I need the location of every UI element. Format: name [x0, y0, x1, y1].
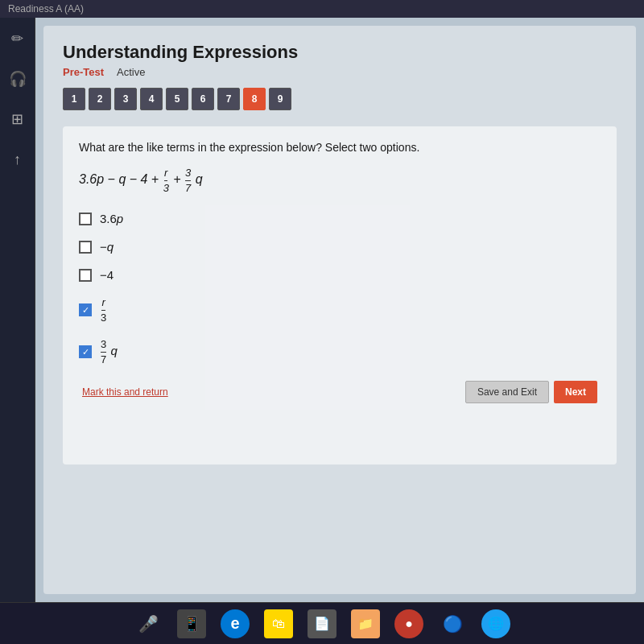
sidebar: ✏ 🎧 ⊞ ↑: [0, 18, 35, 602]
pre-test-label: Pre-Test: [63, 66, 104, 78]
mark-return-link[interactable]: Mark this and return: [82, 386, 168, 398]
status-row: Pre-Test Active: [63, 66, 617, 78]
content-panel: Understanding Expressions Pre-Test Activ…: [43, 26, 636, 594]
nav-btn-6[interactable]: 6: [192, 88, 214, 110]
grid-icon[interactable]: ⊞: [5, 106, 31, 132]
mic-icon[interactable]: 🎤: [134, 609, 163, 638]
checkbox-3[interactable]: [79, 269, 92, 282]
option-row-5: 3 7 q: [79, 338, 601, 365]
nav-btn-8[interactable]: 8: [243, 88, 266, 110]
option-row-1: 3.6p: [79, 212, 601, 225]
fraction-opt4: r 3: [101, 296, 106, 324]
save-exit-button[interactable]: Save and Exit: [465, 381, 549, 403]
headphone-icon[interactable]: 🎧: [5, 66, 31, 92]
blue-circle-icon[interactable]: 🌐: [481, 609, 510, 638]
edge-icon[interactable]: e: [221, 609, 250, 638]
tablet-icon[interactable]: 📱: [177, 609, 206, 638]
checkbox-5[interactable]: [79, 345, 92, 358]
nav-btn-1[interactable]: 1: [63, 88, 85, 110]
page-title: Understanding Expressions: [63, 42, 617, 63]
nav-btn-9[interactable]: 9: [269, 88, 291, 110]
fraction-37: 3 7: [185, 167, 191, 194]
checkbox-4[interactable]: [79, 303, 92, 316]
option-label-3: −4: [100, 268, 114, 282]
option-label-5: 3 7 q: [100, 338, 118, 365]
question-nav: 1 2 3 4 5 6 7 8 9: [63, 88, 617, 110]
chrome-icon[interactable]: 🔵: [438, 609, 467, 638]
expression: 3.6p − q − 4 + r 3 + 3 7 q: [79, 167, 601, 194]
store-icon[interactable]: 🛍: [264, 609, 293, 638]
arrow-up-icon[interactable]: ↑: [5, 147, 31, 172]
question-text: What are the like terms in the expressio…: [79, 141, 601, 154]
checkbox-2[interactable]: [79, 241, 92, 254]
content-wrapper: Understanding Expressions Pre-Test Activ…: [35, 18, 644, 602]
top-bar: Readiness A (AA): [0, 0, 644, 18]
files-icon[interactable]: 📁: [351, 609, 380, 638]
nav-btn-4[interactable]: 4: [140, 88, 163, 110]
checkbox-1[interactable]: [79, 213, 92, 225]
top-bar-label: Readiness A (AA): [8, 3, 84, 14]
bottom-buttons: Save and Exit Next: [465, 381, 597, 403]
option-row-4: r 3: [79, 296, 601, 324]
nav-btn-2[interactable]: 2: [89, 88, 111, 110]
nav-btn-7[interactable]: 7: [217, 88, 240, 110]
fraction-r3: r 3: [163, 167, 169, 194]
taskbar: 🎤 📱 e 🛍 📄 📁 ● 🔵 🌐: [0, 602, 644, 644]
bottom-bar: Mark this and return Save and Exit Next: [79, 381, 601, 403]
question-box: What are the like terms in the expressio…: [63, 126, 617, 464]
fraction-opt5: 3 7: [101, 338, 106, 365]
file-icon[interactable]: 📄: [308, 609, 336, 638]
nav-btn-5[interactable]: 5: [166, 88, 188, 110]
option-row-2: −q: [79, 240, 601, 254]
active-label: Active: [117, 66, 145, 78]
main-area: ✏ 🎧 ⊞ ↑ Understanding Expressions Pre-Te…: [0, 18, 644, 602]
red-icon[interactable]: ●: [394, 609, 423, 638]
option-label-2: −q: [100, 240, 114, 254]
pencil-icon[interactable]: ✏: [5, 26, 31, 52]
option-row-3: −4: [79, 268, 601, 282]
nav-btn-3[interactable]: 3: [114, 88, 137, 110]
next-button[interactable]: Next: [554, 381, 597, 403]
option-label-4: r 3: [100, 296, 107, 324]
option-label-1: 3.6p: [100, 212, 123, 225]
